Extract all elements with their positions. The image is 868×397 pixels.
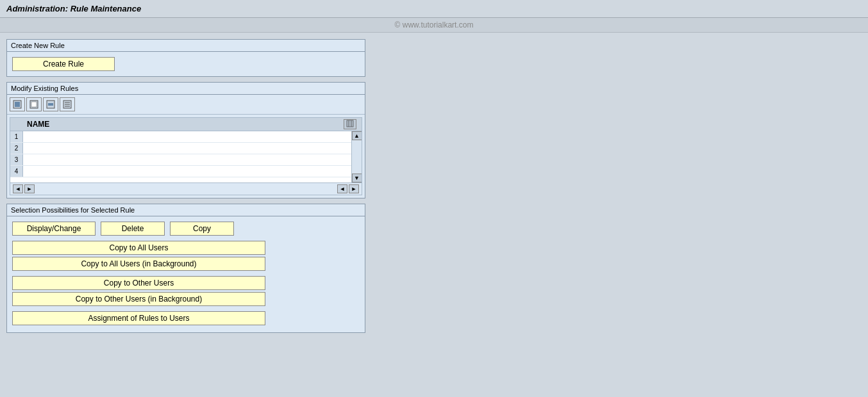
copy-all-users-group: Copy to All Users Copy to All Users (in …	[12, 241, 360, 271]
create-rule-button[interactable]: Create Rule	[12, 57, 115, 71]
nav-scroll-left-arrow[interactable]: ◄	[337, 184, 347, 193]
svg-rect-1	[15, 102, 20, 107]
table-row[interactable]: 1	[10, 131, 351, 143]
svg-rect-5	[48, 103, 53, 106]
selection-possibilities-section: Selection Possibilities for Selected Rul…	[6, 204, 365, 333]
assignment-of-rules-button[interactable]: Assignment of Rules to Users	[12, 311, 265, 325]
scroll-up-arrow[interactable]: ▲	[352, 131, 362, 140]
copy-to-other-users-button[interactable]: Copy to Other Users	[12, 276, 265, 290]
modify-existing-rules-section: Modify Existing Rules	[6, 82, 365, 199]
delete-button[interactable]: Delete	[101, 222, 165, 236]
toolbar-select-all-icon[interactable]	[10, 97, 25, 111]
svg-rect-10	[347, 120, 353, 127]
copy-to-all-users-bg-button[interactable]: Copy to All Users (in Background)	[12, 257, 265, 271]
copy-other-users-group: Copy to Other Users Copy to Other Users …	[12, 276, 360, 306]
nav-scroll-right-arrow[interactable]: ►	[349, 184, 359, 193]
nav-right-arrow[interactable]: ►	[24, 184, 35, 193]
name-column-header: NAME	[26, 120, 344, 129]
toolbar-select-block-icon[interactable]	[43, 97, 58, 111]
scroll-track[interactable]	[352, 140, 362, 174]
table-body: 1 2 3 4 ▲ ▼	[10, 131, 362, 182]
nav-left-arrow[interactable]: ◄	[13, 184, 23, 193]
horizontal-nav: ◄ ► ◄ ►	[10, 182, 362, 195]
create-new-rule-title: Create New Rule	[7, 40, 365, 52]
table-header: NAME	[10, 118, 362, 131]
table-row[interactable]: 2	[10, 143, 351, 154]
svg-rect-3	[31, 102, 37, 107]
title-bar: Administration: Rule Maintenance	[0, 0, 868, 18]
display-change-button[interactable]: Display/Change	[12, 222, 96, 236]
modify-existing-rules-title: Modify Existing Rules	[7, 83, 365, 95]
table-toolbar	[7, 95, 365, 115]
table-row[interactable]: 4	[10, 166, 351, 177]
selection-possibilities-title: Selection Possibilities for Selected Rul…	[7, 204, 365, 216]
assignment-group: Assignment of Rules to Users	[12, 311, 360, 325]
watermark-bar: © www.tutorialkart.com	[0, 18, 868, 33]
create-new-rule-section: Create New Rule Create Rule	[6, 39, 365, 77]
table-row[interactable]: 3	[10, 154, 351, 166]
primary-actions-row: Display/Change Delete Copy	[12, 222, 360, 236]
copy-to-other-users-bg-button[interactable]: Copy to Other Users (in Background)	[12, 292, 265, 306]
rules-table: NAME 1 2 3 4 ▲ ▼	[10, 117, 362, 195]
scroll-down-arrow[interactable]: ▼	[352, 174, 362, 182]
copy-to-all-users-button[interactable]: Copy to All Users	[12, 241, 265, 255]
toolbar-settings-icon[interactable]	[60, 97, 75, 111]
toolbar-deselect-icon[interactable]	[26, 97, 42, 111]
copy-button[interactable]: Copy	[170, 222, 234, 236]
vertical-scrollbar[interactable]: ▲ ▼	[351, 131, 362, 182]
column-selector-icon[interactable]	[344, 119, 356, 129]
